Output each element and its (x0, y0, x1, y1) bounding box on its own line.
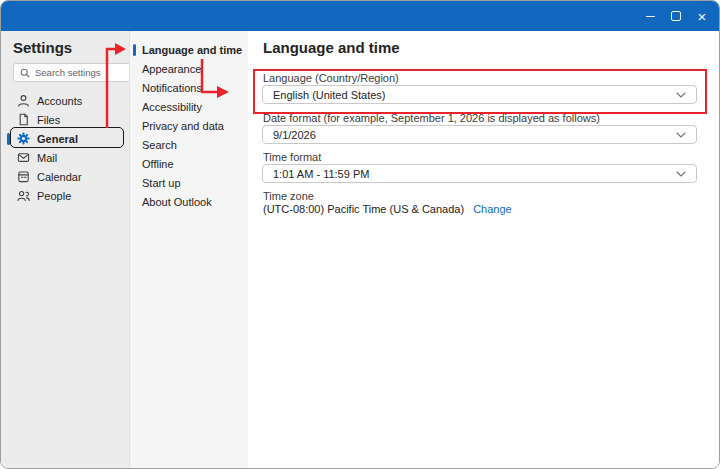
sidebar-item-mail[interactable]: Mail (1, 148, 129, 167)
nav-item-search[interactable]: Search (130, 135, 249, 154)
time-format-label: Time format (263, 151, 321, 163)
selected-indicator (7, 133, 10, 145)
page-title: Language and time (263, 39, 400, 56)
document-icon (17, 113, 30, 126)
chevron-down-icon (676, 171, 686, 177)
nav-item-appearance[interactable]: Appearance (130, 59, 249, 78)
sidebar-item-label: People (37, 190, 71, 202)
sidebar-item-label: Files (37, 114, 60, 126)
titlebar: × (1, 1, 719, 31)
search-input[interactable]: Search settings (13, 63, 132, 82)
sidebar-item-people[interactable]: People (1, 186, 129, 205)
nav-item-privacy-and-data[interactable]: Privacy and data (130, 116, 249, 135)
search-placeholder: Search settings (35, 67, 100, 78)
settings-content: Language and time Language (Country/Regi… (248, 31, 719, 468)
person-icon (17, 94, 30, 107)
minimize-icon (646, 16, 655, 17)
sidebar-item-accounts[interactable]: Accounts (1, 91, 129, 110)
chevron-down-icon (676, 92, 686, 98)
date-format-label: Date format (for example, September 1, 2… (263, 112, 600, 124)
maximize-icon (671, 11, 681, 21)
minimize-button[interactable] (637, 1, 663, 31)
date-format-select[interactable]: 9/1/2026 (262, 125, 697, 144)
timezone-change-link[interactable]: Change (473, 203, 512, 215)
nav-item-offline[interactable]: Offline (130, 154, 249, 173)
nav-item-label: Start up (142, 177, 181, 189)
sidebar-item-label: Mail (37, 152, 57, 164)
timezone-label: Time zone (263, 190, 314, 202)
nav-item-label: Search (142, 139, 177, 151)
maximize-button[interactable] (663, 1, 689, 31)
sidebar-item-calendar[interactable]: Calendar (1, 167, 129, 186)
nav-item-label: Privacy and data (142, 120, 224, 132)
nav-item-notifications[interactable]: Notifications (130, 78, 249, 97)
time-format-select-value: 1:01 AM - 11:59 PM (273, 168, 369, 180)
nav-item-label: Appearance (142, 63, 201, 75)
timezone-value-line: (UTC-08:00) Pacific Time (US & Canada)Ch… (263, 203, 512, 215)
close-button[interactable]: × (689, 1, 715, 31)
sidebar-title: Settings (13, 39, 72, 56)
timezone-value: (UTC-08:00) Pacific Time (US & Canada) (263, 203, 464, 215)
sidebar-item-general[interactable]: General (1, 129, 129, 148)
envelope-icon (17, 151, 30, 164)
sidebar-item-files[interactable]: Files (1, 110, 129, 129)
nav-item-label: Notifications (142, 82, 202, 94)
settings-nav: Language and time Appearance Notificatio… (129, 31, 248, 468)
nav-item-language-and-time[interactable]: Language and time (130, 40, 249, 59)
nav-item-about-outlook[interactable]: About Outlook (130, 192, 249, 211)
nav-item-label: Offline (142, 158, 174, 170)
settings-sidebar: Settings Search settings Accounts Files (1, 31, 129, 468)
sidebar-item-label: Accounts (37, 95, 82, 107)
language-label: Language (Country/Region) (263, 72, 399, 84)
calendar-icon (17, 170, 30, 183)
language-select-value: English (United States) (273, 89, 386, 101)
nav-item-start-up[interactable]: Start up (130, 173, 249, 192)
nav-item-label: About Outlook (142, 196, 212, 208)
sidebar-item-label: Calendar (37, 171, 82, 183)
nav-item-label: Accessibility (142, 101, 202, 113)
nav-item-accessibility[interactable]: Accessibility (130, 97, 249, 116)
nav-item-label: Language and time (142, 44, 242, 56)
gear-icon (17, 132, 30, 145)
date-format-select-value: 9/1/2026 (273, 129, 316, 141)
language-select[interactable]: English (United States) (262, 85, 697, 104)
time-format-select[interactable]: 1:01 AM - 11:59 PM (262, 164, 697, 183)
window-controls: × (637, 1, 715, 31)
people-icon (17, 189, 30, 202)
chevron-down-icon (676, 132, 686, 138)
settings-window: × Settings Search settings Accounts Fil (0, 0, 720, 469)
sidebar-item-label: General (37, 133, 78, 145)
search-icon (20, 68, 30, 78)
close-icon: × (698, 9, 707, 24)
